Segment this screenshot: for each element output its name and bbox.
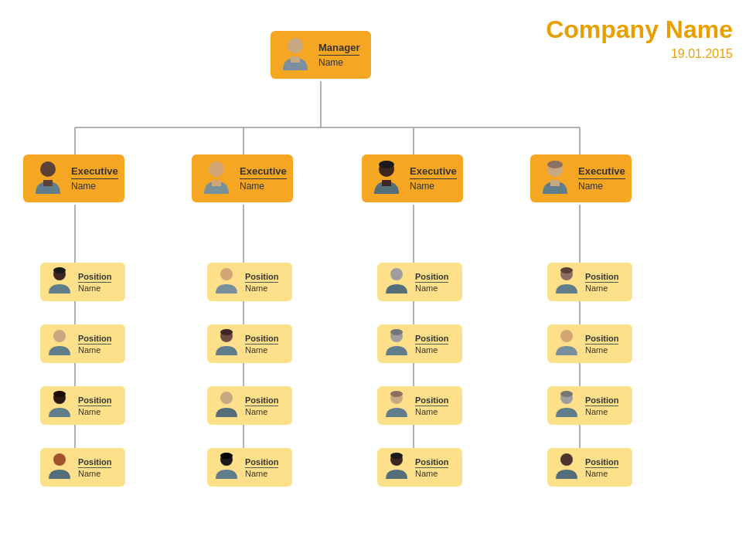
e4-pos4: Position Name: [547, 448, 632, 487]
e1-pos1-name: Name: [78, 283, 111, 293]
e1-pos3-avatar: [45, 389, 74, 422]
svg-point-49: [220, 453, 233, 459]
e4-pos3-title: Position: [585, 395, 618, 406]
company-header: Company Name 19.01.2015: [546, 15, 733, 61]
svg-rect-36: [550, 180, 560, 186]
e2-pos3: Position Name: [207, 386, 292, 425]
e4-pos3-name: Name: [585, 407, 618, 416]
e3-pos1-title: Position: [415, 272, 448, 283]
svg-point-40: [53, 330, 66, 342]
e4-pos1-title: Position: [585, 272, 618, 283]
e3-pos2-avatar: [382, 328, 411, 360]
e3-pos2-title: Position: [415, 334, 448, 344]
e3-pos3-avatar: [382, 389, 411, 422]
exec3-avatar: [368, 158, 405, 199]
exec1-node: Executive Name: [23, 154, 124, 202]
svg-point-58: [560, 267, 573, 273]
e2-pos2-title: Position: [245, 334, 278, 344]
svg-point-28: [40, 161, 56, 177]
svg-point-56: [390, 453, 403, 459]
e1-pos4-avatar: [45, 451, 74, 484]
e1-pos3-name: Name: [78, 407, 111, 416]
e2-pos1-name: Name: [245, 283, 278, 293]
svg-point-34: [379, 161, 394, 168]
e2-pos1-title: Position: [245, 272, 278, 283]
svg-point-47: [220, 392, 233, 404]
e1-pos2-title: Position: [78, 334, 111, 344]
exec3-node: Executive Name: [362, 154, 463, 202]
e4-pos2-avatar: [552, 328, 581, 360]
e3-pos4-avatar: [382, 451, 411, 484]
e2-pos3-avatar: [212, 389, 241, 422]
e3-pos4: Position Name: [377, 448, 462, 487]
e3-pos1-avatar: [382, 266, 411, 298]
company-name: Company Name: [546, 15, 733, 44]
svg-point-39: [53, 267, 66, 273]
e4-pos4-name: Name: [585, 469, 618, 478]
e3-pos3-title: Position: [415, 395, 448, 406]
exec2-title: Executive: [240, 165, 287, 179]
e1-pos2-avatar: [45, 328, 74, 360]
e1-pos1: Position Name: [40, 263, 125, 301]
e3-pos3: Position Name: [377, 386, 462, 425]
exec1-title: Executive: [71, 165, 118, 179]
exec2-avatar: [198, 158, 235, 199]
e1-pos3: Position Name: [40, 386, 125, 425]
svg-point-43: [53, 453, 66, 466]
e1-pos2-name: Name: [78, 345, 111, 355]
exec4-node: Executive Name: [530, 154, 632, 202]
svg-point-44: [220, 268, 233, 280]
e4-pos2-title: Position: [585, 334, 618, 344]
exec2-label: Executive Name: [240, 165, 287, 192]
exec4-avatar: [536, 158, 574, 199]
svg-point-42: [53, 391, 66, 397]
e3-pos3-name: Name: [415, 407, 448, 416]
e3-pos4-name: Name: [415, 469, 448, 478]
e1-pos3-title: Position: [78, 395, 111, 406]
exec3-name: Name: [410, 181, 457, 192]
e4-pos1-avatar: [552, 266, 581, 298]
e4-pos1: Position Name: [547, 263, 632, 301]
company-date: 19.01.2015: [546, 47, 733, 61]
svg-rect-33: [382, 180, 391, 186]
e2-pos3-name: Name: [245, 407, 278, 416]
e2-pos1: Position Name: [207, 263, 292, 301]
svg-rect-27: [291, 56, 300, 63]
e4-pos3: Position Name: [547, 386, 632, 425]
e2-pos1-avatar: [212, 266, 241, 298]
e1-pos2: Position Name: [40, 324, 125, 363]
exec3-title: Executive: [410, 165, 457, 179]
e2-pos4-title: Position: [245, 457, 278, 468]
e2-pos2: Position Name: [207, 324, 292, 363]
svg-point-37: [547, 161, 563, 168]
svg-point-46: [220, 329, 233, 335]
manager-node: Manager Name: [271, 31, 371, 79]
e2-pos2-name: Name: [245, 345, 278, 355]
manager-label: Manager Name: [318, 42, 359, 68]
e3-pos1: Position Name: [377, 263, 462, 301]
org-chart-page: Company Name 19.01.2015: [0, 0, 756, 560]
svg-point-59: [560, 330, 573, 342]
manager-name: Name: [318, 57, 359, 68]
exec1-name: Name: [71, 181, 118, 192]
exec2-node: Executive Name: [192, 154, 293, 202]
svg-point-54: [390, 391, 403, 397]
e4-pos4-title: Position: [585, 457, 618, 468]
svg-rect-31: [212, 180, 221, 186]
e2-pos2-avatar: [212, 328, 241, 360]
e1-pos4: Position Name: [40, 448, 125, 487]
exec1-label: Executive Name: [71, 165, 118, 192]
exec4-title: Executive: [578, 165, 625, 179]
e2-pos4-avatar: [212, 451, 241, 484]
e3-pos2-name: Name: [415, 345, 448, 355]
e4-pos4-avatar: [552, 451, 581, 484]
e2-pos3-title: Position: [245, 395, 278, 406]
e4-pos1-name: Name: [585, 283, 618, 293]
e4-pos3-avatar: [552, 389, 581, 422]
e1-pos4-title: Position: [78, 457, 111, 468]
e1-pos4-name: Name: [78, 469, 111, 478]
svg-point-50: [390, 268, 403, 280]
svg-point-52: [390, 329, 403, 335]
svg-point-30: [209, 161, 224, 177]
svg-point-62: [560, 453, 573, 466]
